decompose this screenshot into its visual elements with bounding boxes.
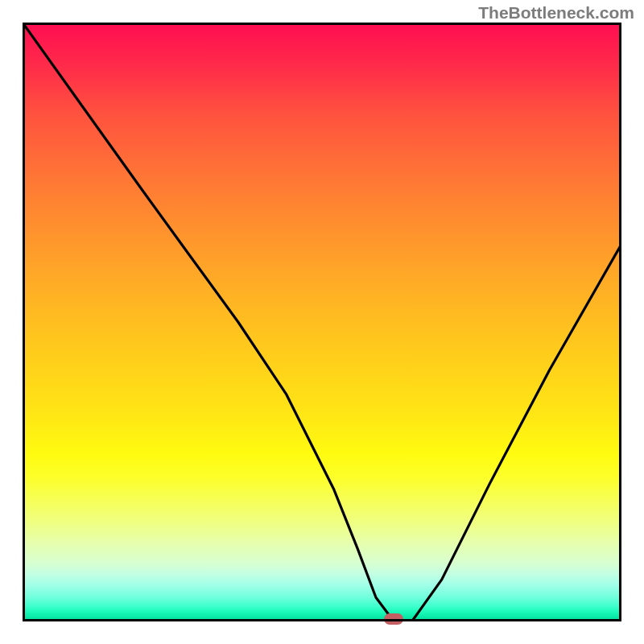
attribution-label: TheBottleneck.com bbox=[478, 3, 634, 23]
bottleneck-chart: TheBottleneck.com bbox=[0, 0, 644, 644]
optimal-marker bbox=[384, 613, 403, 625]
heatmap-gradient bbox=[23, 23, 621, 621]
plot-area bbox=[23, 23, 621, 621]
